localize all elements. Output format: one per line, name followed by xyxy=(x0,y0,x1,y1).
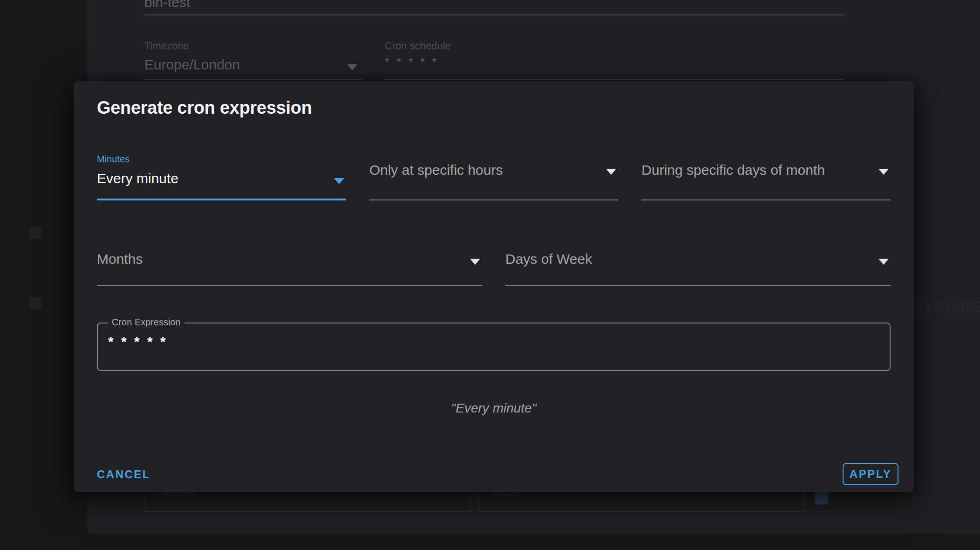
cron-schedule-underline xyxy=(385,79,844,80)
chevron-down-icon xyxy=(334,178,344,184)
cron-expression-field[interactable]: Cron Expression * * * * * xyxy=(97,323,891,371)
selects-row-2: Months Days of Week xyxy=(97,247,891,286)
pipeline-name-value: bin-test xyxy=(144,0,190,10)
dialog-title: Generate cron expression xyxy=(97,98,312,118)
timezone-label: Timezone xyxy=(144,40,189,52)
screen: { "colors": { "accent": "#4C9FE2", "moda… xyxy=(0,0,980,550)
chevron-down-icon xyxy=(878,259,889,265)
days-of-week-select[interactable]: Days of Week xyxy=(505,247,891,286)
sidebar-icon xyxy=(29,227,41,239)
cron-expression-value: * * * * * xyxy=(108,334,168,350)
cron-expression-label: Cron Expression xyxy=(108,317,184,328)
months-select[interactable]: Months xyxy=(97,247,482,286)
name-field-underline xyxy=(144,14,844,15)
cancel-button[interactable]: CANCEL xyxy=(91,463,156,486)
sidebar-icon xyxy=(29,297,41,309)
cron-schedule-value: * * * * * xyxy=(385,55,439,69)
chevron-down-icon xyxy=(878,169,889,175)
chevron-down-icon xyxy=(606,169,616,175)
chevron-down-icon xyxy=(470,259,480,265)
minutes-select-label: Minutes xyxy=(97,154,129,165)
selects-row-1: Minutes Every minute Only at specific ho… xyxy=(97,151,891,200)
background-divider xyxy=(112,511,871,512)
cron-schedule-label: Cron schedule xyxy=(385,40,451,52)
days-of-month-select[interactable]: During specific days of month xyxy=(641,151,891,200)
months-select-value: Months xyxy=(97,251,143,267)
generate-cron-dialog: Generate cron expression Minutes Every m… xyxy=(74,81,914,492)
cron-description: "Every minute" xyxy=(74,401,914,416)
days-of-week-select-value: Days of Week xyxy=(505,251,592,267)
chevron-down-icon xyxy=(347,64,357,70)
days-of-month-select-value: During specific days of month xyxy=(641,162,825,178)
hours-select-value: Only at specific hours xyxy=(369,162,503,178)
hours-select[interactable]: Only at specific hours xyxy=(369,151,619,200)
timezone-underline xyxy=(144,79,362,80)
minutes-select[interactable]: Minutes Every minute xyxy=(97,151,346,200)
apply-button[interactable]: APPLY xyxy=(843,463,898,485)
timezone-value: Europe/London xyxy=(144,57,240,73)
minutes-select-value: Every minute xyxy=(97,171,178,186)
